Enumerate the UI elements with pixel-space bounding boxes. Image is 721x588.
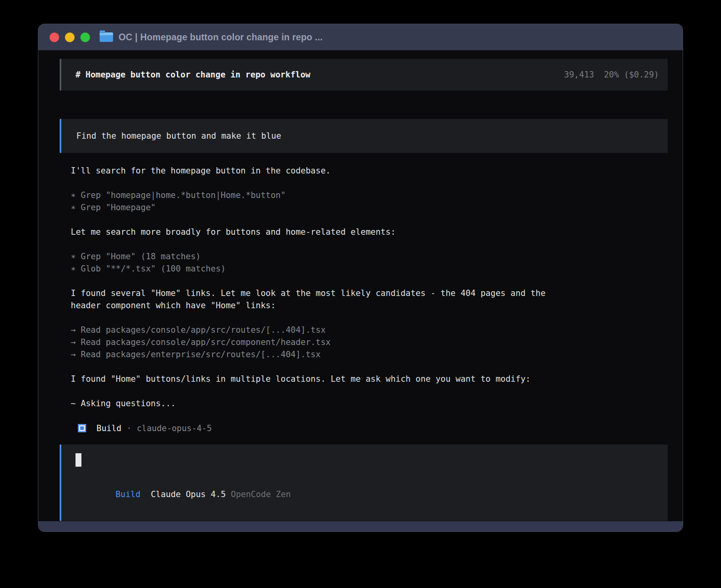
session-stats: 39,41320% ($0.29) <box>564 70 659 79</box>
transcript-line: I found several "Home" links. Let me loo… <box>71 287 668 300</box>
prompt-input[interactable]: BuildClaude Opus 4.5OpenCode Zen <box>60 445 668 521</box>
user-message: Find the homepage button and make it blu… <box>60 119 668 153</box>
terminal-content: # Homepage button color change in repo w… <box>38 50 683 521</box>
input-model-label: Claude Opus 4.5 <box>151 490 226 499</box>
terminal-window: OC | Homepage button color change in rep… <box>38 24 683 532</box>
agent-status-row: Build · claude-opus-4-5 <box>60 422 668 434</box>
input-meta: BuildClaude Opus 4.5OpenCode Zen <box>75 476 668 513</box>
maximize-button[interactable] <box>80 32 90 42</box>
build-square-icon-inner <box>80 426 84 430</box>
transcript-line: I found "Home" buttons/links in multiple… <box>71 373 668 385</box>
transcript-block-text: Let me search more broadly for buttons a… <box>71 226 668 238</box>
agent-separator: · <box>126 424 132 433</box>
traffic-lights <box>49 32 90 42</box>
transcript-line: header component which have "Home" links… <box>71 300 668 312</box>
transcript: I'll search for the homepage button in t… <box>60 165 668 410</box>
context-usage: 20% ($0.29) <box>604 70 659 79</box>
transcript-line: Let me search more broadly for buttons a… <box>71 226 668 238</box>
folder-icon <box>100 32 113 42</box>
transcript-block-tool: ∗ Grep "homepage|home.*button|Home.*butt… <box>71 189 668 214</box>
token-count: 39,413 <box>564 70 594 79</box>
user-message-text: Find the homepage button and make it blu… <box>76 131 281 141</box>
minimize-button[interactable] <box>65 32 75 42</box>
transcript-line: → Read packages/console/app/src/routes/[… <box>71 324 668 336</box>
titlebar[interactable]: OC | Homepage button color change in rep… <box>38 24 683 50</box>
agent-model: claude-opus-4-5 <box>137 424 212 433</box>
transcript-line: → Read packages/enterprise/src/routes/[.… <box>71 349 668 361</box>
transcript-line: ∗ Grep "homepage|home.*button|Home.*butt… <box>71 189 668 202</box>
transcript-line: I'll search for the homepage button in t… <box>71 165 668 177</box>
input-agent-label: Build <box>115 490 140 499</box>
build-square-icon <box>78 424 86 432</box>
transcript-line: ~ Asking questions... <box>71 398 668 410</box>
window-title: OC | Homepage button color change in rep… <box>119 32 323 43</box>
agent-name: Build <box>96 424 121 433</box>
input-provider-label: OpenCode Zen <box>231 490 291 499</box>
transcript-block-text: I found several "Home" links. Let me loo… <box>71 287 668 312</box>
transcript-line: ∗ Glob "**/*.tsx" (100 matches) <box>71 263 668 275</box>
transcript-line: ∗ Grep "Homepage" <box>71 202 668 214</box>
transcript-line: → Read packages/console/app/src/componen… <box>71 336 668 349</box>
session-header: # Homepage button color change in repo w… <box>60 59 668 90</box>
transcript-block-tool: ∗ Grep "Home" (18 matches)∗ Glob "**/*.t… <box>71 251 668 275</box>
window-bottom-bar <box>38 521 683 531</box>
transcript-block-tool: → Read packages/console/app/src/routes/[… <box>71 324 668 361</box>
transcript-block-text: I'll search for the homepage button in t… <box>71 165 668 177</box>
transcript-block-text: ~ Asking questions... <box>71 398 668 410</box>
transcript-line: ∗ Grep "Home" (18 matches) <box>71 251 668 263</box>
transcript-block-text: I found "Home" buttons/links in multiple… <box>71 373 668 385</box>
text-cursor <box>75 453 81 467</box>
close-button[interactable] <box>49 32 59 42</box>
session-title: # Homepage button color change in repo w… <box>75 70 310 79</box>
